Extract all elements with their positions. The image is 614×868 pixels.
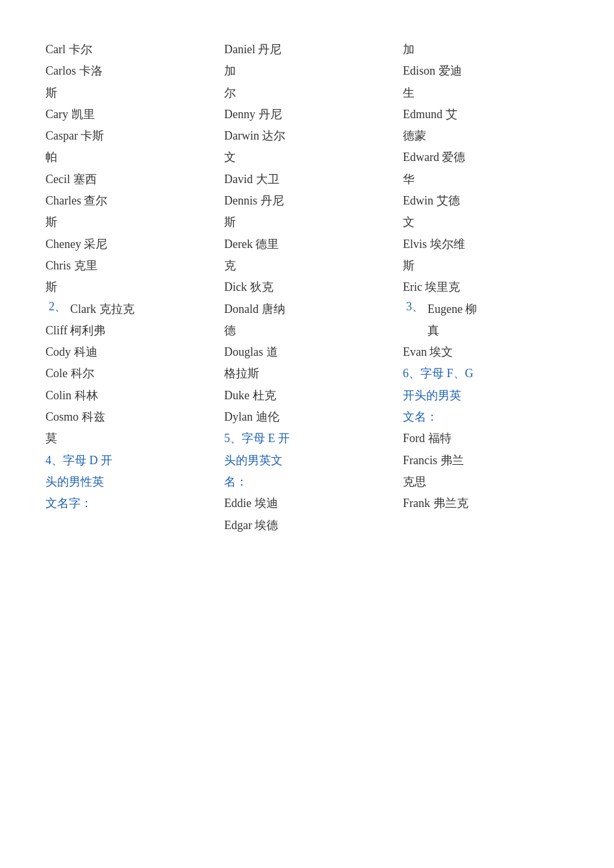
list-item: Charles 查尔斯 bbox=[45, 190, 211, 234]
list-item: Eric 埃里克 bbox=[403, 277, 569, 298]
list-item: Frank 弗兰克 bbox=[403, 493, 569, 514]
list-item: Eugene 柳真 bbox=[428, 299, 569, 342]
list-item: Douglas 道格拉斯 bbox=[224, 341, 390, 385]
list-item: Cecil 塞西 bbox=[45, 169, 211, 190]
section-header-fg: 6、字母 F、G开头的男英文名： bbox=[403, 363, 569, 428]
list-item: Daniel 丹尼加 bbox=[224, 39, 390, 82]
list-item: Edward 爱德华 bbox=[403, 147, 569, 190]
section-num-2: 2、 bbox=[45, 299, 70, 314]
section-3-content: Eugene 柳真 bbox=[428, 299, 569, 342]
list-item: Donald 唐纳德 bbox=[224, 299, 390, 342]
list-item: Eddie 埃迪 bbox=[224, 493, 390, 514]
list-item: Dylan 迪伦 bbox=[224, 406, 390, 428]
list-item: Dennis 丹尼斯 bbox=[224, 190, 390, 234]
section-2-row: 2、 Clark 克拉克 bbox=[45, 299, 211, 320]
list-item: Dick 狄克 bbox=[224, 277, 390, 298]
list-item: Duke 杜克 bbox=[224, 385, 390, 406]
section-header-e: 5、字母 E 开头的男英文名： bbox=[224, 428, 390, 493]
list-item: Carl 卡尔 bbox=[45, 39, 211, 60]
list-item-continued: 尔 bbox=[224, 82, 390, 104]
list-item: Colin 科林 bbox=[45, 385, 211, 406]
section-3-row: 3、 Eugene 柳真 bbox=[403, 299, 569, 342]
list-item: Chris 克里斯 bbox=[45, 255, 211, 299]
list-item: Clark 克拉克 bbox=[70, 299, 211, 320]
list-item: Carlos 卡洛斯 bbox=[45, 60, 211, 104]
list-item: Cole 科尔 bbox=[45, 363, 211, 384]
list-item: Caspar 卡斯帕 bbox=[45, 125, 211, 169]
column-1: Carl 卡尔 Carlos 卡洛斯 Cary 凯里 Caspar 卡斯帕 Ce… bbox=[39, 39, 218, 515]
list-item: Cosmo 科兹莫 bbox=[45, 406, 211, 450]
list-item: 加 bbox=[403, 39, 569, 60]
list-item: Evan 埃文 bbox=[403, 341, 569, 363]
list-item: Cody 科迪 bbox=[45, 341, 211, 363]
list-item: Ford 福特 bbox=[403, 428, 569, 449]
list-item: Edwin 艾德文 bbox=[403, 190, 569, 234]
list-item: Cheney 采尼 bbox=[45, 234, 211, 255]
list-item: David 大卫 bbox=[224, 169, 390, 190]
section-header-d: 4、字母 D 开头的男性英文名字： bbox=[45, 450, 211, 515]
section-2-content: Clark 克拉克 bbox=[70, 299, 211, 320]
list-item: Derek 德里克 bbox=[224, 234, 390, 277]
list-item: Cliff 柯利弗 bbox=[45, 320, 211, 341]
column-2: Daniel 丹尼加 尔 Denny 丹尼 Darwin 达尔文 David 大… bbox=[218, 39, 396, 536]
list-item: Cary 凯里 bbox=[45, 104, 211, 125]
column-3: 加 Edison 爱迪生 Edmund 艾德蒙 Edward 爱德华 Edwin… bbox=[396, 39, 575, 515]
columns-wrapper: Carl 卡尔 Carlos 卡洛斯 Cary 凯里 Caspar 卡斯帕 Ce… bbox=[39, 39, 575, 536]
section-num-3: 3、 bbox=[403, 299, 428, 314]
list-item: Edmund 艾德蒙 bbox=[403, 104, 569, 147]
list-item: Edgar 埃德 bbox=[224, 515, 390, 536]
list-item: Elvis 埃尔维斯 bbox=[403, 234, 569, 277]
list-item: Edison 爱迪生 bbox=[403, 60, 569, 104]
list-item: Francis 弗兰克思 bbox=[403, 450, 569, 493]
page-container: Carl 卡尔 Carlos 卡洛斯 Cary 凯里 Caspar 卡斯帕 Ce… bbox=[0, 26, 614, 549]
list-item: Darwin 达尔文 bbox=[224, 125, 390, 169]
list-item: Denny 丹尼 bbox=[224, 104, 390, 125]
